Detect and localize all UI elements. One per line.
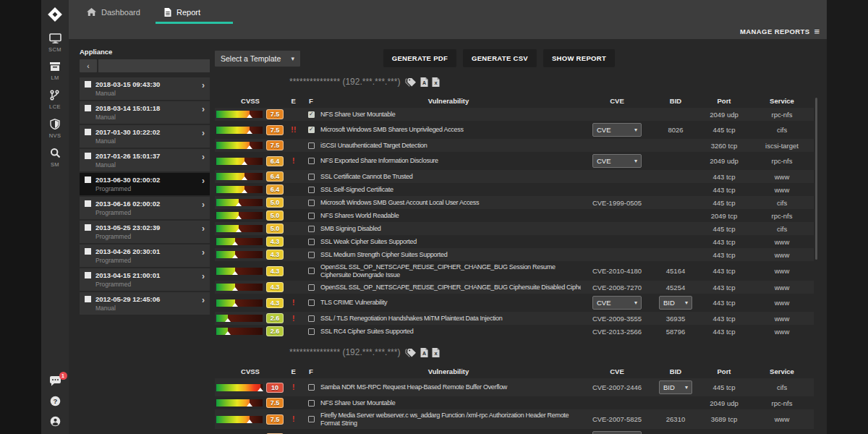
cve-dropdown[interactable]: CVE ▾ — [592, 154, 642, 168]
generate-csv-button[interactable]: GENERATE CSV — [463, 49, 537, 67]
menu-icon[interactable]: ≡ — [814, 28, 820, 35]
row-checkbox[interactable] — [308, 111, 315, 118]
vulnerability-name[interactable]: NFS Share User Mountable — [320, 111, 581, 119]
bid-dropdown[interactable]: BID ▾ — [659, 296, 692, 310]
vulnerability-name[interactable]: Samba NDR MS-RPC Request Heap-Based Remo… — [320, 383, 581, 391]
vulnerability-name[interactable]: Firefly Media Server webserver.c ws_adda… — [320, 412, 581, 427]
appliance-list-item[interactable]: 2013-04-26 20:30:01 Programmed › — [80, 244, 210, 267]
vulnerability-name[interactable]: SMB Signing Disabled — [320, 225, 581, 233]
appliance-list-item[interactable]: 2012-05-29 12:45:06 Manual › — [80, 292, 210, 315]
appliance-item-checkbox[interactable] — [85, 224, 91, 231]
row-checkbox[interactable] — [308, 200, 315, 206]
vulnerability-name[interactable]: Microsoft Windows SMB Shares Unprivilege… — [320, 126, 581, 134]
appliance-item-checkbox[interactable] — [85, 129, 91, 135]
appliance-list-item[interactable]: 2013-04-15 21:00:01 Programmed › — [80, 268, 210, 291]
appliance-item-checkbox[interactable] — [85, 176, 91, 183]
row-checkbox[interactable] — [308, 384, 315, 391]
row-checkbox[interactable] — [308, 142, 315, 149]
sidebar-item-lce[interactable]: LCE — [49, 90, 61, 110]
sidebar-item-sm[interactable]: SM — [50, 148, 61, 168]
appliance-list-item[interactable]: 2018-03-14 15:01:18 Manual › — [80, 101, 210, 124]
chevron-right-icon[interactable]: › — [202, 224, 205, 233]
sidebar-item-lm[interactable]: LM — [49, 61, 61, 81]
row-checkbox[interactable] — [308, 174, 315, 180]
tags-icon[interactable] — [405, 77, 417, 87]
appliance-list-item[interactable]: 2017-01-30 10:22:02 Manual › — [80, 125, 210, 148]
vulnerability-name[interactable]: OpenSSL SSL_OP_NETSCAPE_REUSE_CIPHER_CHA… — [320, 263, 581, 279]
appliance-list-item[interactable]: 2013-05-25 23:02:39 Programmed › — [80, 221, 210, 243]
row-checkbox[interactable] — [308, 400, 315, 407]
row-checkbox[interactable] — [308, 187, 315, 193]
tab-dashboard[interactable]: Dashboard — [78, 0, 156, 24]
appliance-item-checkbox[interactable] — [85, 153, 91, 159]
chevron-right-icon[interactable]: › — [202, 272, 205, 281]
row-checkbox[interactable] — [308, 213, 315, 219]
vulnerability-name[interactable]: NFS Share User Mountable — [320, 399, 581, 407]
show-report-button[interactable]: SHOW REPORT — [543, 49, 615, 67]
row-checkbox[interactable] — [308, 284, 315, 291]
cve-dropdown[interactable]: CVE ▾ — [592, 123, 642, 137]
row-checkbox[interactable] — [308, 416, 315, 422]
row-checkbox[interactable] — [308, 239, 315, 245]
chevron-right-icon[interactable]: › — [202, 296, 205, 305]
generate-pdf-button[interactable]: GENERATE PDF — [383, 49, 456, 67]
chevron-right-icon[interactable]: › — [202, 153, 205, 161]
cve-dropdown[interactable]: CVE ▾ — [592, 296, 642, 310]
vulnerability-name[interactable]: OpenSSL SSL_OP_NETSCAPE_REUSE_CIPHER_CHA… — [320, 284, 581, 292]
row-checkbox[interactable] — [308, 315, 315, 322]
user-account-button[interactable] — [50, 416, 61, 427]
template-select[interactable]: Select a Template ▾ — [215, 51, 300, 67]
appliance-item-checkbox[interactable] — [85, 81, 91, 88]
bid-dropdown[interactable]: BID ▾ — [659, 380, 692, 394]
help-button[interactable]: ? — [50, 396, 61, 407]
vulnerability-name[interactable]: SSL RC4 Cipher Suites Supported — [320, 328, 581, 336]
row-checkbox[interactable] — [308, 299, 315, 306]
vulnerability-name[interactable]: TLS CRIME Vulnerability — [320, 299, 581, 307]
appliance-item-checkbox[interactable] — [85, 248, 91, 255]
appliance-list-item[interactable]: 2017-01-26 15:01:37 Manual › — [80, 149, 210, 171]
excel-file-icon[interactable]: x — [432, 348, 440, 357]
brand-diamond-logo[interactable] — [47, 7, 63, 22]
appliance-item-checkbox[interactable] — [85, 272, 91, 278]
report-scrollbar[interactable] — [815, 98, 817, 260]
vulnerability-name[interactable]: SSL Self-Signed Certificate — [320, 186, 581, 194]
sidebar-item-scm[interactable]: SCM — [48, 33, 61, 53]
vulnerability-name[interactable]: NFS Exported Share Information Disclosur… — [320, 157, 581, 165]
appliance-list-item[interactable]: 2018-03-15 09:43:30 Manual › — [80, 77, 210, 100]
row-checkbox[interactable] — [308, 127, 315, 133]
pdf-file-icon[interactable]: A — [420, 77, 428, 87]
chevron-right-icon[interactable]: › — [202, 105, 205, 114]
sidebar-item-nvs[interactable]: NVS — [49, 119, 61, 139]
appliance-list-item[interactable]: 2013-06-16 02:00:02 Programmed › — [80, 197, 210, 219]
appliance-list-item[interactable]: 2013-06-30 02:00:02 Programmed › — [80, 173, 210, 195]
chevron-right-icon[interactable]: › — [202, 248, 205, 257]
vulnerability-name[interactable]: NFS Shares World Readable — [320, 212, 581, 220]
pdf-file-icon[interactable]: A — [420, 348, 428, 357]
chevron-right-icon[interactable]: › — [202, 129, 205, 137]
row-checkbox[interactable] — [308, 158, 315, 164]
manage-reports-button[interactable]: MANAGE REPORTS — [740, 27, 809, 35]
cve-dropdown[interactable]: CVE ▾ — [592, 431, 642, 434]
vulnerability-name[interactable]: iSCSI Unauthenticated Target Detection — [320, 142, 581, 150]
vulnerability-name[interactable]: SSL Weak Cipher Suites Supported — [320, 238, 581, 246]
excel-file-icon[interactable]: x — [432, 77, 440, 87]
chevron-right-icon[interactable]: › — [202, 200, 205, 209]
row-checkbox[interactable] — [308, 226, 315, 232]
tab-report[interactable]: Report — [156, 0, 233, 24]
chevron-right-icon[interactable]: › — [202, 176, 205, 185]
collapse-panel-button[interactable]: ‹ — [80, 59, 97, 72]
chevron-right-icon[interactable]: › — [202, 81, 205, 90]
appliance-item-checkbox[interactable] — [85, 296, 91, 302]
appliance-search-input[interactable] — [98, 59, 210, 72]
appliance-item-checkbox[interactable] — [85, 105, 91, 111]
row-checkbox[interactable] — [308, 328, 315, 335]
row-checkbox[interactable] — [308, 252, 315, 258]
chat-button[interactable]: 1 — [49, 376, 61, 386]
vulnerability-name[interactable]: SSL / TLS Renegotiation Handshakes MiTM … — [320, 315, 581, 323]
appliance-item-checkbox[interactable] — [85, 200, 91, 207]
vulnerability-name[interactable]: Microsoft Windows SMB Guest Account Loca… — [320, 199, 581, 207]
tags-icon[interactable] — [405, 348, 417, 357]
row-checkbox[interactable] — [308, 268, 315, 274]
vulnerability-name[interactable]: SSL Certificate Cannot Be Trusted — [320, 173, 581, 181]
vulnerability-name[interactable]: SSL Medium Strength Cipher Suites Suppor… — [320, 251, 581, 259]
